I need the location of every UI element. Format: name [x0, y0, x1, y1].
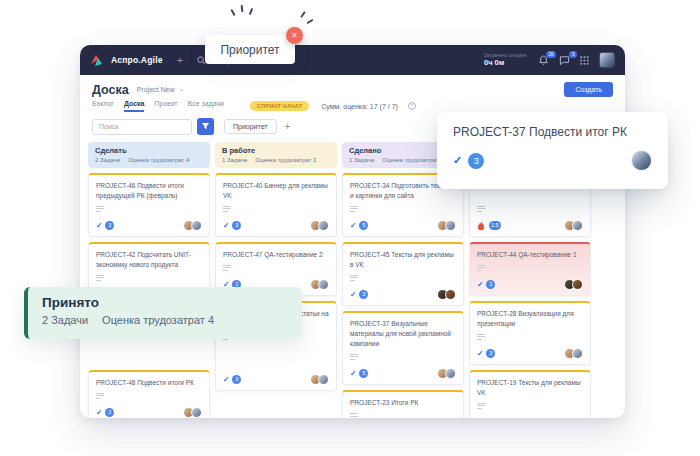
task-preview-card[interactable]: PROJECT-37 Подвести итог РК ✓ 3 [437, 112, 668, 189]
task-title: PROJECT-47 QA-тестирование 2 [223, 250, 329, 260]
avatar [572, 220, 583, 231]
description-icon [350, 204, 456, 213]
task-footer: ✓3 [223, 213, 329, 231]
column-cards: PROJECT-34 Подготовить тексты и картинки… [342, 173, 464, 418]
summary-estimate: Сумм. оценка: 17 (7 / 7) [321, 103, 398, 110]
estimate-badge: 5 [359, 221, 368, 230]
column-header[interactable]: Сделать2 ЗадачиОценка трудозатрат 4 [88, 142, 210, 168]
priority-filter-chip[interactable]: Приоритет [224, 119, 277, 134]
description-icon [350, 273, 456, 282]
description-icon [223, 204, 329, 213]
check-icon: ✓ [477, 281, 483, 289]
accepted-meta: 2 Задачи Оценка трудозатрат 4 [42, 314, 288, 326]
column-title: Сделать [95, 146, 203, 155]
tab-project[interactable]: Проект [154, 100, 177, 112]
task-footer: ✓2 [96, 400, 202, 418]
description-icon [223, 263, 329, 272]
task-card[interactable]: PROJECT-46 Подвести итоги предыдущей РК … [88, 173, 210, 237]
avatar [445, 220, 456, 231]
avatar [445, 368, 456, 379]
column-task-count: 1 Задача [222, 157, 247, 163]
estimate-badge: 3 [468, 153, 484, 169]
assignee-avatars [564, 348, 583, 359]
description-icon [477, 204, 583, 213]
messages-count-badge: 5 [569, 51, 577, 59]
task-preview-footer: ✓ 3 [453, 150, 652, 171]
check-icon: ✓ [96, 409, 102, 417]
task-footer: 1.5 [477, 213, 583, 231]
estimate-badge: 3 [232, 221, 241, 230]
filter-button[interactable] [197, 118, 214, 135]
accepted-task-count: 2 Задачи [42, 314, 88, 326]
accepted-effort: Оценка трудозатрат 4 [102, 314, 214, 326]
task-footer: ✓5 [350, 361, 456, 379]
decor-dash [300, 11, 306, 18]
apps-grid-button[interactable] [580, 51, 589, 69]
task-footer: ✓3 [223, 367, 329, 385]
task-card[interactable]: PROJECT-23 Итоги РК✓5 [342, 390, 464, 418]
column-task-count: 1 Задача [349, 157, 374, 163]
description-icon [96, 204, 202, 213]
time-tracked-value: 0ч 0м [484, 58, 526, 67]
task-footer: ✓2 [477, 272, 583, 290]
column-header[interactable]: В работе1 ЗадачаОценка трудозатрат 3 [215, 142, 337, 168]
avatar [318, 220, 329, 231]
task-card[interactable]: PROJECT-28 Визуализация для презентации✓… [469, 301, 591, 365]
check-icon: ✓ [350, 291, 356, 299]
add-icon[interactable]: + [177, 55, 183, 66]
task-footer: ✓3 [350, 282, 456, 300]
task-footer: ✓5 [477, 410, 583, 418]
project-select[interactable]: Project.New ⌄ [137, 86, 185, 93]
decor-dash [241, 5, 244, 12]
assignee-avatars [564, 220, 583, 231]
check-icon: ✓ [350, 370, 356, 378]
description-icon [477, 401, 583, 410]
messages-button[interactable]: 5 [559, 55, 570, 66]
sprint-status-badge: СПРИНТ НАЧАТ [250, 101, 309, 111]
check-icon: ✓ [350, 222, 356, 230]
tabs-row: Бэклог Доска Проект Все задачи СПРИНТ НА… [80, 99, 625, 112]
tab-backlog[interactable]: Бэклог [92, 100, 114, 112]
task-card[interactable]: PROJECT-48 Подвести итоги РК✓2 [88, 370, 210, 418]
decor-dash [306, 19, 313, 24]
assignee-avatars [437, 368, 456, 379]
info-icon[interactable]: ? [408, 102, 416, 110]
check-icon: ✓ [96, 222, 102, 230]
decor-dash [230, 9, 235, 16]
priority-tooltip-label: Приоритет [220, 43, 279, 57]
chevron-down-icon: ⌄ [178, 87, 184, 91]
project-select-value: Project.New [137, 86, 175, 93]
column-meta: 1 ЗадачаОценка трудозатрат 3 [222, 157, 330, 163]
assignee-avatars [564, 279, 583, 290]
task-card[interactable]: PROJECT-44 QA-тестирование 1✓2 [469, 242, 591, 296]
task-card[interactable]: PROJECT-40 Баннер для рекламы VK✓3 [215, 173, 337, 237]
check-icon: ✓ [223, 376, 229, 384]
assignee-avatars [437, 289, 456, 300]
user-avatar[interactable] [599, 52, 615, 68]
time-tracked: Затрачено сегодня 0ч 0м [484, 53, 526, 68]
close-button[interactable]: × [286, 27, 303, 44]
task-footer: ✓3 [96, 213, 202, 231]
column-effort: Оценка трудозатрат 3 [255, 157, 316, 163]
task-title: PROJECT-37 Визуальные материалы для ново… [350, 319, 456, 349]
assignee-avatars [437, 220, 456, 231]
brand-logo-icon [90, 54, 103, 67]
assignee-avatar [631, 150, 652, 171]
notifications-button[interactable]: 26 [538, 55, 549, 66]
task-card[interactable]: PROJECT-19 Тексты для рекламы VK✓5 [469, 370, 591, 418]
add-filter-button[interactable]: + [285, 122, 291, 132]
search-input[interactable] [92, 119, 192, 135]
estimate-badge: 2 [105, 408, 114, 417]
grid-icon [580, 56, 589, 65]
tab-board[interactable]: Доска [124, 100, 145, 112]
tab-all-tasks[interactable]: Все задачи [188, 100, 225, 112]
check-icon: ✓ [477, 350, 483, 358]
task-card[interactable]: PROJECT-37 Визуальные материалы для ново… [342, 311, 464, 385]
task-card[interactable]: PROJECT-45 Тексты для рекламы в VK✓3 [342, 242, 464, 306]
create-button[interactable]: Создать [564, 82, 613, 97]
avatar [318, 279, 329, 290]
avatar [191, 220, 202, 231]
task-title: PROJECT-42 Подсчитать UNIT-экономику нов… [96, 250, 202, 270]
task-footer: ✓3 [477, 341, 583, 359]
description-icon [477, 332, 583, 341]
